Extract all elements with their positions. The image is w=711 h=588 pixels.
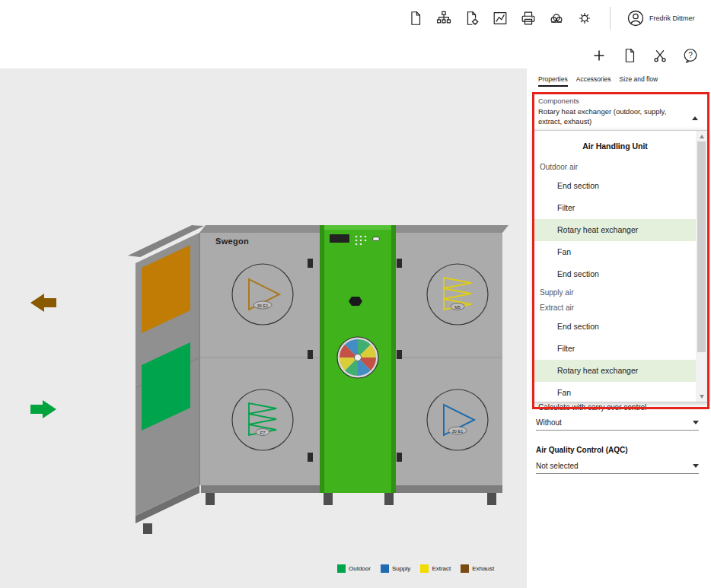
scrollbar-thumb[interactable] (697, 141, 706, 352)
user-menu[interactable]: Fredrik Dittmer (627, 9, 695, 27)
legend-swatch-extract (420, 564, 429, 573)
caret-down-icon (693, 464, 699, 468)
aqc-select[interactable]: Not selected (536, 459, 699, 474)
components-select[interactable]: Rotary heat exchanger (outdoor, supply, … (538, 107, 707, 126)
cloud-icon (548, 10, 565, 27)
document-settings-button[interactable] (462, 8, 482, 28)
brand-logo: Swegon (215, 237, 249, 246)
legend-swatch-exhaust (461, 564, 469, 573)
document-gear-icon (464, 10, 480, 27)
svg-text:F7: F7 (260, 431, 265, 435)
scroll-up-icon (700, 135, 704, 138)
list-group-extract-air: Extract air (534, 300, 696, 316)
scroll-down-icon (700, 395, 704, 399)
exhaust-flow-arrow[interactable] (30, 294, 56, 312)
distribution-tree-icon (435, 10, 452, 27)
components-selected-value: Rotary heat exchanger (outdoor, supply, … (538, 107, 689, 126)
user-icon (627, 9, 645, 27)
caret-up-icon (692, 116, 698, 120)
scroll-up-button[interactable] (696, 131, 707, 141)
header-divider (610, 7, 611, 30)
control-display (330, 234, 349, 243)
scroll-down-button[interactable] (696, 391, 707, 402)
main-toolbar: Fredrik Dittmer (406, 7, 695, 30)
tab-properties[interactable]: Properties (538, 75, 568, 87)
scissors-icon (652, 47, 668, 64)
legend-item-extract: Extract (420, 564, 451, 573)
print-button[interactable] (518, 8, 538, 28)
list-item-air-handling-unit[interactable]: Air Handling Unit (534, 137, 696, 156)
user-name: Fredrik Dittmer (649, 14, 695, 22)
rotary-heat-exchanger-symbol[interactable] (337, 337, 378, 378)
help-icon: ? (682, 47, 699, 64)
svg-text:30 E1: 30 E1 (452, 429, 463, 434)
copy-button[interactable] (620, 46, 639, 65)
weather-button[interactable] (547, 8, 566, 28)
help-button[interactable]: ? (681, 46, 700, 65)
top-header: Fredrik Dittmer ? (0, 0, 711, 68)
list-item-end-section[interactable]: End section (534, 263, 696, 285)
plus-icon (591, 47, 607, 64)
list-group-outdoor-air: Outdoor air (534, 160, 696, 175)
settings-button[interactable] (575, 8, 595, 28)
legend-swatch-supply (381, 564, 389, 573)
carry-over-select[interactable]: Without (536, 415, 699, 431)
report-button[interactable] (490, 8, 510, 28)
drawing-canvas[interactable]: Swegon 30 E1 M5 F7 (0, 68, 527, 588)
list-item-rotary-heat-exchanger[interactable]: Rotary heat exchanger (534, 219, 696, 241)
secondary-toolbar: ? (589, 46, 700, 65)
svg-text:M5: M5 (454, 305, 461, 310)
list-item-end-section[interactable]: End section (534, 316, 696, 338)
list-group-supply-air: Supply air (534, 285, 696, 300)
svg-text:30 E1: 30 E1 (257, 304, 268, 308)
list-item-fan[interactable]: Fan (534, 241, 696, 263)
printer-icon (520, 10, 537, 27)
ahu-3d-view[interactable]: Swegon 30 E1 M5 F7 (0, 68, 527, 588)
list-item-filter[interactable]: Filter (534, 338, 696, 360)
document-icon (621, 47, 638, 64)
svg-text:?: ? (688, 51, 693, 59)
carry-over-value: Without (536, 418, 562, 427)
legend-swatch-outdoor (337, 564, 346, 573)
components-label: Components (538, 97, 579, 105)
cut-button[interactable] (650, 46, 670, 65)
new-document-button[interactable] (406, 8, 426, 28)
add-button[interactable] (589, 46, 609, 65)
list-item-filter[interactable]: Filter (534, 197, 696, 219)
gear-icon (576, 10, 593, 27)
tab-size-and-flow[interactable]: Size and flow (620, 75, 658, 87)
caret-down-icon (693, 421, 699, 424)
chart-icon (492, 10, 509, 27)
flow-legend: Outdoor Supply Extract Exhaust (337, 564, 494, 573)
new-document-icon (407, 10, 424, 27)
list-item-end-section[interactable]: End section (534, 175, 696, 197)
legend-item-outdoor: Outdoor (337, 564, 371, 573)
distribution-button[interactable] (434, 8, 454, 28)
tab-accessories[interactable]: Accessories (576, 75, 611, 87)
list-scrollbar[interactable] (696, 131, 707, 402)
list-item-rotary-heat-exchanger[interactable]: Rotary heat exchanger (534, 360, 696, 382)
carry-over-label: Calculate with carry over control (538, 403, 646, 412)
list-item-fan[interactable]: Fan (534, 382, 696, 402)
panel-tabs: Properties Accessories Size and flow (538, 75, 658, 87)
outdoor-flow-arrow[interactable] (30, 400, 56, 418)
components-dropdown-list: Air Handling Unit Outdoor air End sectio… (534, 130, 708, 402)
legend-item-exhaust: Exhaust (461, 564, 494, 573)
aqc-label: Air Quality Control (AQC) (536, 446, 628, 454)
legend-item-supply: Supply (381, 564, 410, 573)
aqc-value: Not selected (536, 462, 579, 470)
